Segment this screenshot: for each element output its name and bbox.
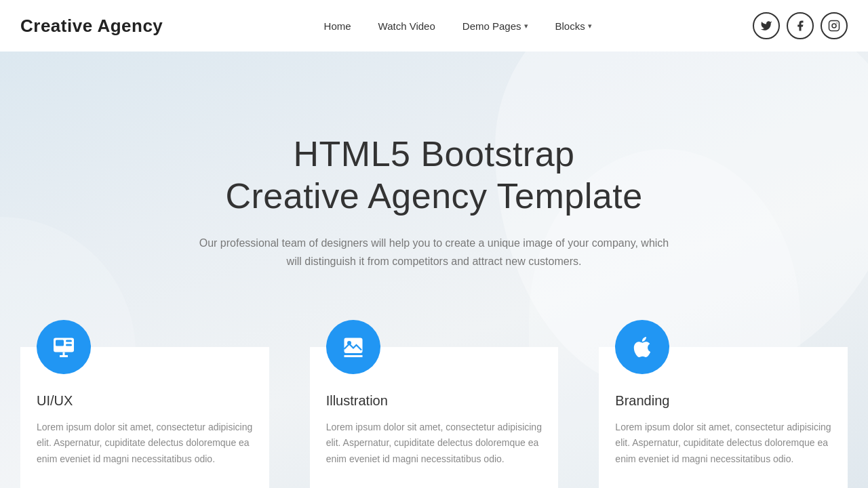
nav-blocks[interactable]: Blocks ▾ [555, 20, 592, 32]
svg-rect-7 [66, 340, 72, 342]
hero-text: HTML5 Bootstrap Creative Agency Template… [197, 133, 671, 270]
instagram-icon[interactable] [821, 12, 848, 39]
hero-subtitle: Our professional team of designers will … [197, 234, 671, 270]
svg-point-2 [836, 22, 837, 24]
card-uiux: UI/UX Lorem ipsum dolor sit amet, consec… [20, 347, 269, 488]
illustration-title: Illustration [326, 393, 542, 409]
svg-point-1 [832, 24, 836, 28]
nav-home[interactable]: Home [324, 20, 351, 32]
illustration-icon-circle [326, 320, 380, 374]
nav-demo-pages[interactable]: Demo Pages ▾ [462, 20, 528, 32]
card-uiux-wrapper: UI/UX Lorem ipsum dolor sit amet, consec… [0, 320, 290, 488]
twitter-icon[interactable] [753, 12, 780, 39]
branding-title: Branding [615, 393, 831, 409]
svg-rect-0 [829, 21, 840, 31]
card-illustration-wrapper: Illustration Lorem ipsum dolor sit amet,… [290, 320, 579, 488]
illustration-text: Lorem ipsum dolor sit amet, consectetur … [326, 420, 542, 468]
social-links [753, 12, 848, 39]
facebook-icon[interactable] [787, 12, 814, 39]
card-branding-wrapper: Branding Lorem ipsum dolor sit amet, con… [578, 320, 868, 488]
blocks-dropdown-icon: ▾ [588, 22, 592, 30]
svg-rect-6 [56, 340, 64, 346]
branding-icon-circle [615, 320, 669, 374]
brand-logo[interactable]: Creative Agency [20, 16, 163, 37]
uiux-title: UI/UX [37, 393, 253, 409]
apple-icon [630, 335, 654, 359]
demo-pages-dropdown-icon: ▾ [524, 22, 528, 30]
svg-rect-8 [66, 344, 72, 346]
cards-container: UI/UX Lorem ipsum dolor sit amet, consec… [0, 320, 868, 488]
nav-links: Home Watch Video Demo Pages ▾ Blocks ▾ [324, 20, 592, 32]
illustration-icon [341, 335, 366, 359]
card-illustration: Illustration Lorem ipsum dolor sit amet,… [310, 347, 559, 488]
uiux-icon [52, 335, 76, 359]
uiux-icon-circle [37, 320, 91, 374]
navbar: Creative Agency Home Watch Video Demo Pa… [0, 0, 868, 52]
hero-section: HTML5 Bootstrap Creative Agency Template… [0, 52, 868, 488]
svg-point-10 [347, 341, 351, 345]
uiux-text: Lorem ipsum dolor sit amet, consectetur … [37, 420, 253, 468]
hero-title: HTML5 Bootstrap Creative Agency Template [197, 133, 671, 218]
branding-text: Lorem ipsum dolor sit amet, consectetur … [615, 420, 831, 468]
card-branding: Branding Lorem ipsum dolor sit amet, con… [599, 347, 848, 488]
nav-watch-video[interactable]: Watch Video [378, 20, 435, 32]
